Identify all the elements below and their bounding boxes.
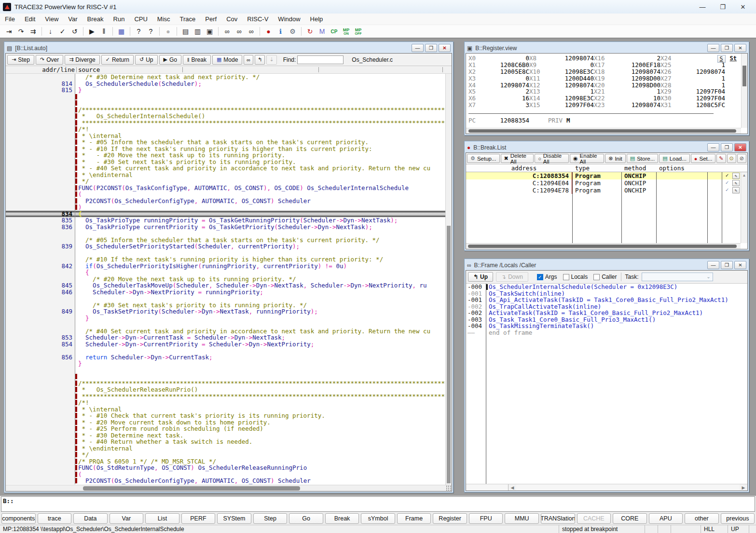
delete-all-button[interactable]: ✖Delete All xyxy=(501,154,534,163)
source-line[interactable]: * Os_SchedulerReleaseRunPrio() xyxy=(6,386,452,393)
register-value[interactable]: 12098D00 xyxy=(616,82,660,89)
source-line[interactable]: * \endinternal xyxy=(6,445,452,452)
view-icon[interactable]: ∞ xyxy=(233,26,245,37)
source-line[interactable]: 814 Os_SchedulerSchedule(Scheduler); xyxy=(6,81,452,87)
softkey-symbol[interactable]: sYmbol xyxy=(361,513,395,524)
softkey-trace[interactable]: trace xyxy=(38,513,72,524)
find-input[interactable] xyxy=(297,55,344,64)
disable-all-button[interactable]: ○Disable All xyxy=(535,154,569,163)
register-value[interactable]: 12098074 xyxy=(616,68,660,75)
menu-run[interactable]: Run xyxy=(109,14,130,24)
register-value[interactable]: 12005E8C xyxy=(485,68,529,75)
source-line[interactable]: 846 Scheduler->Dyn->NextPriority = runni… xyxy=(6,289,452,296)
register-value[interactable]: 12098074 xyxy=(550,82,594,89)
go-button[interactable]: ▶Go xyxy=(159,55,181,65)
edit-breakpoint-button[interactable]: ✎ xyxy=(732,187,740,193)
menu-cpu[interactable]: CPU xyxy=(129,14,152,24)
app-maximize-button[interactable]: ❐ xyxy=(713,1,733,13)
source-line[interactable]: * \internal xyxy=(6,133,452,139)
view-button[interactable]: ∞ xyxy=(244,55,253,65)
source-line[interactable] xyxy=(6,250,452,257)
softkey-other[interactable]: other xyxy=(685,513,719,524)
register-value[interactable]: 2 xyxy=(616,55,660,62)
register-value[interactable]: 16 xyxy=(485,95,529,102)
menu-help[interactable]: Help xyxy=(305,14,328,24)
register-value[interactable]: 1208C6B0 xyxy=(485,61,529,68)
source-line[interactable]: /* #40 Set current task and priority in … xyxy=(6,328,452,335)
close-button[interactable]: ✕ xyxy=(734,261,746,269)
register-value[interactable]: 12097F04 xyxy=(550,101,594,109)
source-line[interactable]: * \internal xyxy=(6,406,452,413)
break-button[interactable]: ‖Break xyxy=(183,55,211,65)
softkey-previous[interactable]: previous xyxy=(721,513,755,524)
source-line[interactable]: ****************************************… xyxy=(6,120,452,126)
horizontal-scrollbar[interactable] xyxy=(466,243,741,249)
source-line[interactable]: * \endinternal xyxy=(6,172,452,178)
mp-on-icon[interactable]: MPON xyxy=(340,26,352,37)
source-line[interactable]: * - #20 Move the next task up to its run… xyxy=(6,152,452,159)
register-value[interactable]: 3 xyxy=(485,101,529,109)
register-value[interactable]: 1 xyxy=(681,75,725,82)
menu-perf[interactable]: Perf xyxy=(200,14,221,24)
maximize-button[interactable]: ❐ xyxy=(721,143,733,151)
register-value[interactable]: 12097F04 xyxy=(681,95,725,102)
tools-icon[interactable]: ⚙ xyxy=(287,26,299,37)
softkey-core[interactable]: CORE xyxy=(613,513,647,524)
source-line[interactable]: /* #10 If the next task's running priori… xyxy=(6,256,452,263)
source-line[interactable]: /***************************************… xyxy=(6,107,452,113)
over-button[interactable]: ↷Over xyxy=(36,55,63,65)
return-button[interactable]: ✓Return xyxy=(101,55,134,65)
stack-frame-row[interactable]: -001Os_Api_ActivateTask(TaskID = Task1_C… xyxy=(466,297,747,303)
register-value[interactable]: 12098074 xyxy=(550,55,594,62)
step-over-icon[interactable]: ↷ xyxy=(15,26,27,37)
source-line[interactable]: * - #40 Set current task and priority in… xyxy=(6,165,452,172)
softkey-components[interactable]: components xyxy=(1,513,36,524)
edit-breakpoint-button[interactable]: ✎ xyxy=(732,180,740,186)
go-icon[interactable]: ▶ xyxy=(86,26,98,37)
vertical-scrollbar[interactable]: ▲ xyxy=(741,172,747,243)
search-button[interactable]: ⊙ xyxy=(727,154,736,163)
menu-risc-v[interactable]: RISC-V xyxy=(242,14,273,24)
list-window-titlebar[interactable]: ▤ [B::List.auto] — ❐ ✕ xyxy=(5,43,452,53)
source-line[interactable]: * - #40 Return whether a task switch is … xyxy=(6,438,452,445)
vertical-scrollbar[interactable] xyxy=(741,54,747,128)
frame-window-titlebar[interactable]: ∞ B::Frame /Locals /Caller — ❐ ✕ xyxy=(466,260,748,270)
dump-icon[interactable]: ▥ xyxy=(192,26,204,37)
register-value[interactable]: 1 xyxy=(681,82,725,89)
cp-icon[interactable]: CP xyxy=(328,26,340,37)
enable-all-button[interactable]: ◉Enable All xyxy=(570,154,604,163)
source-line[interactable]: ( xyxy=(6,471,452,478)
source-line[interactable]: /*! xyxy=(6,399,452,406)
register-value[interactable]: 12098E3C xyxy=(550,95,594,102)
source-line[interactable] xyxy=(6,94,452,100)
softkey-register[interactable]: Register xyxy=(433,513,467,524)
frame-up-button[interactable]: ↰Up xyxy=(468,272,493,282)
vertical-scrollbar[interactable] xyxy=(445,74,452,485)
source-line[interactable]: { xyxy=(6,269,452,276)
source-line[interactable]: 856 return Scheduler->Dyn->CurrentTask; xyxy=(6,354,452,361)
softkey-mmu[interactable]: MMU xyxy=(505,513,539,524)
horizontal-scrollbar[interactable] xyxy=(466,128,741,134)
minimize-button[interactable]: — xyxy=(707,261,719,269)
register-value[interactable]: 1 xyxy=(550,88,594,95)
stack-frame-row[interactable]: -000Os_SchedulerInternalSchedule(Schedul… xyxy=(466,284,747,290)
softkey-data[interactable]: Data xyxy=(73,513,108,524)
scrollbar-thumb[interactable] xyxy=(447,226,451,483)
menu-var[interactable]: Var xyxy=(63,14,82,24)
register-value[interactable]: 2 xyxy=(485,88,529,95)
scrollbar-thumb[interactable] xyxy=(468,245,737,248)
source-line[interactable] xyxy=(6,295,452,302)
register-link-s[interactable]: S xyxy=(717,55,726,63)
source-line[interactable]: /* PRQA S 6050 1 */ /* MD_MSR_STCAL */ xyxy=(6,458,452,465)
softkey-step[interactable]: Step xyxy=(253,513,288,524)
stack-frame-row[interactable]: -001Os_TaskSwitch(inline) xyxy=(466,290,747,297)
softkey-perf[interactable]: PERF xyxy=(181,513,216,524)
menu-misc[interactable]: Misc xyxy=(152,14,175,24)
close-button[interactable]: ✕ xyxy=(439,44,451,52)
view-save-icon[interactable]: ∞ xyxy=(245,26,257,37)
mode-button[interactable]: ▦Mode xyxy=(212,55,242,65)
register-value[interactable]: 0 xyxy=(485,75,529,82)
maximize-button[interactable]: ❐ xyxy=(425,44,437,52)
go-up-level-button[interactable]: ↰ xyxy=(255,55,265,65)
source-line[interactable] xyxy=(6,321,452,328)
